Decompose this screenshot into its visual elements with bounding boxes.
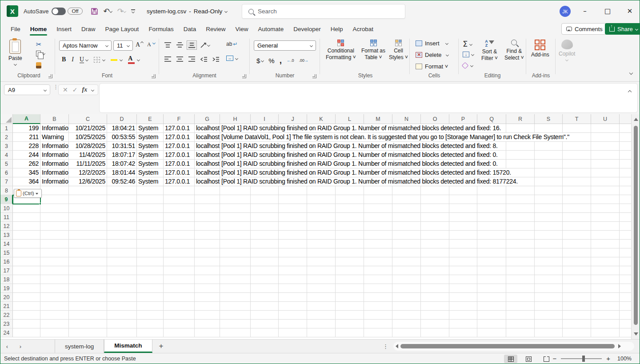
sort-filter-button[interactable]: AZ Sort &Filter ˅ [481,40,498,62]
cell[interactable]: 00:53:55 [107,133,137,142]
cell[interactable] [307,284,336,293]
cell[interactable] [506,204,535,213]
cell[interactable]: System [137,151,164,160]
cell[interactable]: 244 [13,151,40,160]
save-button[interactable] [89,6,100,16]
column-header-a[interactable]: A [13,114,40,124]
cell[interactable] [477,204,506,213]
cell[interactable] [164,311,195,320]
cell[interactable] [336,231,364,240]
cell[interactable] [220,293,251,302]
column-header-h[interactable]: H [220,114,251,124]
cell[interactable] [195,266,220,275]
cell[interactable] [137,240,164,248]
cell[interactable] [220,186,251,195]
avatar[interactable]: JK [560,6,571,17]
cell[interactable]: Information [40,124,69,133]
cell[interactable] [392,240,421,248]
cell[interactable] [137,284,164,293]
cell[interactable] [620,293,632,302]
cell[interactable] [336,284,364,293]
increase-font-button[interactable]: A [136,41,143,48]
cell[interactable] [307,195,336,204]
cell[interactable] [336,222,364,231]
cell[interactable] [137,328,164,337]
cell[interactable] [477,248,506,257]
cell[interactable] [251,248,279,257]
row-header-14[interactable]: 14 [0,240,13,248]
cell[interactable] [591,177,620,186]
cell[interactable] [164,328,195,337]
cell[interactable] [535,168,563,177]
cell[interactable] [279,195,307,204]
row-header-16[interactable]: 16 [0,257,13,266]
cell[interactable] [591,168,620,177]
cell[interactable] [69,320,107,328]
cell[interactable] [535,328,563,337]
row-header-3[interactable]: 3 [0,142,13,151]
cell[interactable]: System [137,168,164,177]
cell[interactable] [164,266,195,275]
cell[interactable] [421,275,449,284]
comments-button[interactable]: Comments [561,23,608,35]
cell[interactable] [392,293,421,302]
cell[interactable] [421,328,449,337]
cell[interactable] [336,186,364,195]
cell[interactable] [591,213,620,222]
cell[interactable] [620,204,632,213]
cell[interactable] [563,168,591,177]
column-header-c[interactable]: C [69,114,107,124]
cell[interactable] [449,257,477,266]
cell[interactable]: 09:52:46 [107,177,137,186]
tab-page-layout[interactable]: Page Layout [100,23,144,35]
font-size-select[interactable]: 11 [113,40,133,51]
cell[interactable] [220,311,251,320]
cell[interactable]: 127.0.0.1 [164,133,195,142]
cell[interactable] [220,195,251,204]
cell[interactable] [40,328,69,337]
cell[interactable] [69,257,107,266]
column-header-j[interactable]: J [279,114,307,124]
cell[interactable] [364,320,392,328]
cell[interactable] [307,204,336,213]
cell[interactable] [195,284,220,293]
cell[interactable]: System [137,133,164,142]
cell[interactable] [563,240,591,248]
cell[interactable] [506,240,535,248]
cell[interactable] [364,328,392,337]
cell[interactable] [392,266,421,275]
cell[interactable]: 211 [13,133,40,142]
cell[interactable]: 127.0.0.1 [164,151,195,160]
cell[interactable] [251,328,279,337]
cell[interactable] [506,151,535,160]
cell[interactable] [449,320,477,328]
cell[interactable]: 18:01:44 [107,168,137,177]
cell[interactable] [421,213,449,222]
cell[interactable] [506,284,535,293]
format-painter-button[interactable] [36,62,41,68]
cell[interactable] [591,257,620,266]
cell[interactable] [40,293,69,302]
cell[interactable] [535,195,563,204]
cell[interactable] [137,204,164,213]
cell[interactable] [421,204,449,213]
cell[interactable] [506,311,535,320]
cell[interactable] [40,240,69,248]
cell[interactable] [195,240,220,248]
cell[interactable] [137,186,164,195]
collapse-ribbon-button[interactable] [630,68,632,76]
cell[interactable] [137,213,164,222]
cell[interactable]: localhost [195,177,220,186]
cell[interactable] [336,195,364,204]
format-cells-button[interactable]: Format ˅ [416,63,448,70]
cell[interactable]: 199 [13,124,40,133]
format-as-table-button[interactable]: Format asTable ˅ [361,40,385,61]
cell[interactable] [364,186,392,195]
cell[interactable] [220,204,251,213]
cell[interactable] [13,257,40,266]
cell[interactable] [279,222,307,231]
zoom-slider-thumb[interactable] [582,356,585,362]
cell[interactable] [251,302,279,311]
cell[interactable] [279,328,307,337]
cell[interactable] [220,284,251,293]
